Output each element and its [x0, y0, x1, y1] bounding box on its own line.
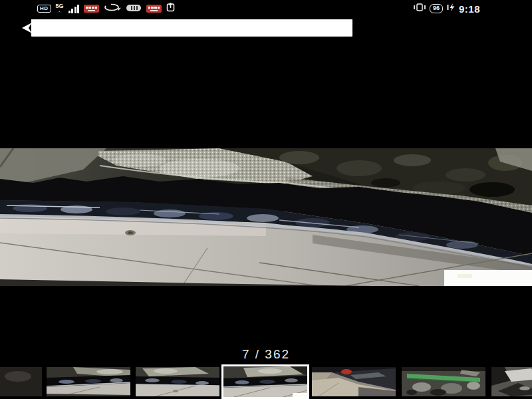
battery-charging-icon	[446, 3, 456, 15]
thumbnail-1-image	[0, 367, 42, 396]
battery-percent-badge: 96	[430, 4, 443, 13]
thumbnail-4-image	[223, 366, 307, 397]
thumbnail-3-image	[136, 367, 219, 396]
clock: 9:18	[459, 3, 480, 15]
thumbnail-2-image	[47, 367, 130, 396]
status-icons-right: 96 9:18	[413, 0, 480, 17]
screen: HD 5G .•.	[0, 0, 532, 399]
network-label: 5G	[56, 3, 64, 9]
thumbnail-6-image	[402, 367, 485, 396]
status-bar: HD 5G .•.	[0, 0, 532, 17]
main-photo[interactable]	[0, 148, 532, 286]
photo-counter: 7 / 362	[0, 347, 532, 362]
thumbnail-1[interactable]	[0, 367, 42, 396]
app-notification-badge-icon	[84, 5, 99, 13]
thumbnail-4-selected[interactable]	[221, 364, 309, 399]
photo-undercarriage	[0, 148, 532, 286]
title-banner	[31, 19, 352, 37]
thumbnail-6[interactable]	[402, 367, 485, 396]
upload-icon	[166, 3, 175, 15]
network-5g: 5G .•.	[56, 3, 64, 14]
thumbnail-3[interactable]	[136, 367, 219, 396]
hd-badge: HD	[37, 5, 51, 13]
thumbnail-2[interactable]	[47, 367, 130, 396]
sync-icon	[104, 3, 121, 15]
thumbnail-7[interactable]	[491, 367, 532, 396]
thumbnail-7-image	[491, 367, 532, 396]
status-icons-left: HD 5G .•.	[37, 0, 175, 17]
app-notification-badge-icon	[146, 5, 162, 13]
vibrate-icon	[413, 3, 426, 15]
thumbnail-5-image	[312, 367, 396, 396]
watermark-patch	[444, 270, 532, 286]
network-sub-dots: .•.	[57, 9, 63, 14]
voice-pill-icon	[126, 3, 142, 15]
thumbnail-5[interactable]	[312, 367, 396, 396]
signal-bars-icon	[68, 5, 80, 13]
